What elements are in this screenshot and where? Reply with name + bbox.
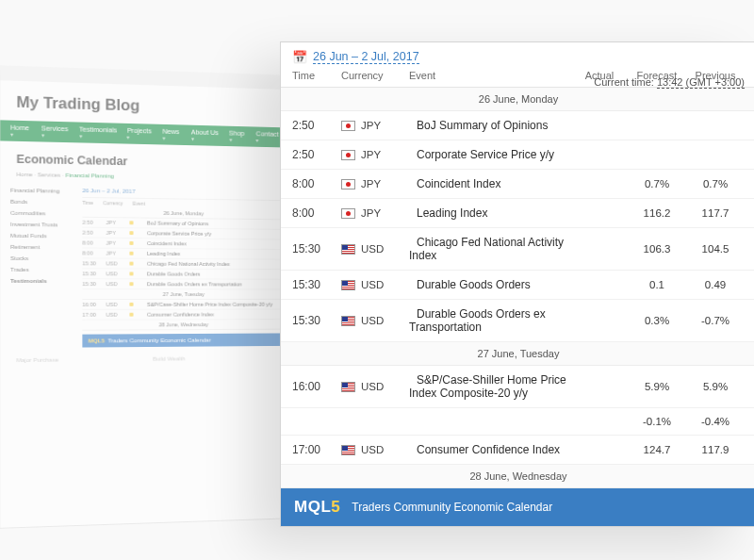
event-name: Durable Goods Orders [147,272,201,277]
blog-event-row[interactable]: 15:30USDChicago Fed National Activity In… [82,258,282,270]
importance-icon [129,303,133,306]
card-major-purchase[interactable]: Major Purchase [16,356,142,363]
event-currency: USD [341,444,409,455]
event-currency: JPY [341,149,409,160]
event-time: 16:00 [292,380,341,393]
event-row[interactable]: 16:00USDS&P/Case-Shiller Home Price Inde… [281,366,754,408]
previous-value: -0.7% [686,315,745,326]
previous-value: 0.49 [686,279,745,290]
card-build-wealth[interactable]: Build Wealth [153,355,274,362]
event-row-extra: -0.1%-0.4% [281,408,754,436]
event-time: 15:30 [292,278,341,291]
time: 8:00 [82,240,100,246]
event-row[interactable]: 15:30USDChicago Fed National Activity In… [281,228,754,271]
sidebar-item[interactable]: Financial Planning [8,185,74,197]
brand-num: 5 [331,498,340,516]
event-time: 15:30 [292,314,341,327]
sidebar-item[interactable]: Mutual Funds [8,230,74,242]
blog-event-row[interactable]: 16:00USDS&P/Case-Shiller Home Price Inde… [82,300,282,310]
nav-contact[interactable]: Contact [256,130,280,143]
event-name: Consumer Confidence Index [147,312,214,318]
importance-icon [129,262,133,266]
blog-event-row[interactable]: 17:00USDConsumer Confidence Index [82,309,282,320]
forecast-value: 124.7 [628,444,686,455]
event-row[interactable]: 15:30USDDurable Goods Orders ex Transpor… [281,300,754,342]
day-header: 26 June, Monday [281,88,754,111]
time: 15:30 [82,271,100,276]
event-name: Durable Goods Orders [417,278,531,291]
event-row[interactable]: 17:00USDConsumer Confidence Index124.711… [281,436,754,465]
nav-services[interactable]: Services [41,125,70,140]
event-cell: Consumer Confidence Index [409,443,571,456]
usd-flag-icon [341,445,355,455]
time: 15:30 [82,281,100,287]
sidebar-item[interactable]: Commodities [8,207,74,220]
previous-value: 0.7% [686,178,745,189]
event-row[interactable]: 8:00JPYLeading Index116.2117.7 [281,199,754,228]
forecast-value: 0.7% [628,178,686,189]
sidebar-item[interactable]: Stocks [8,253,74,264]
forecast-value: 0.3% [628,315,686,326]
nav-testimonials[interactable]: Testimonials [79,126,117,140]
crumb-services[interactable]: Services [38,172,60,177]
event-cell: Leading Index [409,206,571,220]
event-time: 8:00 [292,177,341,190]
crumb-home[interactable]: Home [16,172,32,177]
currency-code: JPY [361,149,381,160]
sidebar-item[interactable]: Retirement [8,241,74,253]
currency: USD [106,260,123,266]
event-name: S&P/Case-Shiller Home Price Index Compos… [409,373,566,400]
nav-projects[interactable]: Projects [127,127,154,140]
importance-icon [129,231,133,235]
currency-code: USD [361,381,384,392]
blog-event-row[interactable]: 15:30USDDurable Goods Orders ex Transpor… [82,279,282,289]
brand-text: MQL [294,498,331,516]
nav-home[interactable]: Home [10,124,31,139]
forecast-value: 5.9% [628,381,686,392]
mql5-logo: MQL5 [294,498,340,517]
blog-event-row[interactable]: 15:30USDDurable Goods Orders [82,269,282,279]
jpy-flag-icon [341,208,355,219]
time: 2:50 [82,230,100,236]
importance-icon [129,282,133,286]
event-row[interactable]: 2:50JPYCorporate Service Price y/y [281,140,754,170]
blog-calendar-widget: 26 Jun – 2 Jul, 2017 Time Currency Event… [82,186,282,347]
forecast-value: 116.2 [628,207,686,219]
nav-about[interactable]: About Us [191,129,220,142]
time: 16:00 [82,302,100,307]
testimonials-block: Testimonials [8,275,74,287]
blog-window: My Trading Blog Home Services Testimonia… [0,65,290,529]
clock-value[interactable]: 13:42 (GMT +3:00) [657,76,745,89]
event-currency: USD [341,381,409,392]
currency: USD [106,271,123,276]
event-name: Chicago Fed National Activity Index [409,236,564,262]
event-cell: BoJ Summary of Opinions [409,119,571,132]
event-name: Durable Goods Orders ex Transportation [409,307,546,334]
event-cell: Chicago Fed National Activity Index [409,236,571,262]
event-row[interactable]: 15:30USDDurable Goods Orders0.10.49 [281,271,754,300]
current-time: Current time: 13:42 (GMT +3:00) [594,76,745,88]
event-currency: USD [341,243,409,255]
time: 17:00 [82,312,100,318]
sidebar-item[interactable]: Bonds [8,196,74,208]
event-name: Consumer Confidence Index [417,443,560,456]
currency-code: USD [361,243,384,255]
previous-value: 5.9% [686,381,745,392]
day-header: 27 June, Tuesday [281,342,754,366]
blog-day-header: 27 June, Tuesday [82,289,282,300]
nav-shop[interactable]: Shop [229,130,247,143]
brand-sub: Traders Community Economic Calendar [107,338,210,344]
currency-code: USD [361,279,384,290]
event-cell: S&P/Case-Shiller Home Price Index Compos… [409,373,571,400]
day-header: 28 June, Wednesday [281,465,754,488]
sidebar-item[interactable]: Investment Trusts [8,219,74,231]
nav-news[interactable]: News [162,128,181,141]
importance-icon [129,313,133,317]
sidebar-item[interactable]: Trades [8,264,74,275]
event-name: BoJ Summary of Opinions [147,221,208,227]
col-event: Event [133,201,145,206]
event-cell: Durable Goods Orders [409,278,571,291]
event-row[interactable]: 8:00JPYCoincident Index0.7%0.7% [281,170,754,199]
date-range-picker[interactable]: 26 Jun – 2 Jul, 2017 [313,50,419,64]
event-row[interactable]: 2:50JPYBoJ Summary of Opinions [281,111,754,140]
